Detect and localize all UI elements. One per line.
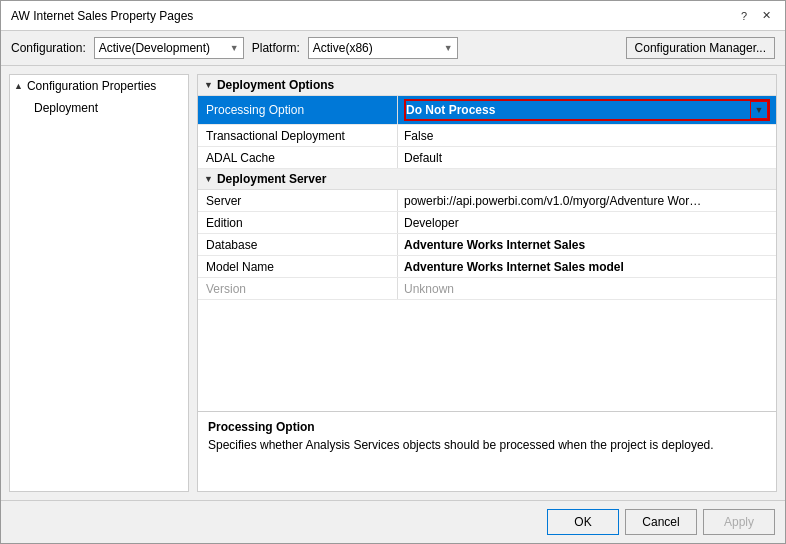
dialog-window: AW Internet Sales Property Pages ? ✕ Con… — [0, 0, 786, 544]
right-panel: ▼ Deployment Options Processing Option D… — [197, 74, 777, 492]
tree-item-deployment[interactable]: Deployment — [10, 97, 188, 119]
prop-row-processing-option[interactable]: Processing Option Do Not Process ▼ — [198, 96, 776, 125]
ok-button[interactable]: OK — [547, 509, 619, 535]
prop-value-adal-cache: Default — [398, 147, 776, 168]
properties-area: ▼ Deployment Options Processing Option D… — [198, 75, 776, 411]
configuration-dropdown[interactable]: Active(Development) ▼ — [94, 37, 244, 59]
apply-button[interactable]: Apply — [703, 509, 775, 535]
section-arrow-icon: ▼ — [204, 80, 213, 90]
help-button[interactable]: ? — [735, 7, 753, 25]
title-bar: AW Internet Sales Property Pages ? ✕ — [1, 1, 785, 31]
prop-name-transactional-deployment: Transactional Deployment — [198, 125, 398, 146]
info-box: Processing Option Specifies whether Anal… — [198, 411, 776, 491]
prop-name-processing-option: Processing Option — [198, 96, 398, 124]
info-box-title: Processing Option — [208, 420, 766, 434]
processing-option-dropdown[interactable]: Do Not Process ▼ — [404, 99, 770, 121]
prop-value-version: Unknown — [398, 278, 776, 299]
prop-value-processing-option[interactable]: Do Not Process ▼ — [398, 96, 776, 124]
prop-name-edition: Edition — [198, 212, 398, 233]
title-bar-left: AW Internet Sales Property Pages — [11, 9, 193, 23]
section-deployment-server[interactable]: ▼ Deployment Server — [198, 169, 776, 190]
prop-value-database: Adventure Works Internet Sales — [398, 234, 776, 255]
configuration-label: Configuration: — [11, 41, 86, 55]
configuration-dropdown-arrow: ▼ — [230, 43, 239, 53]
prop-value-server: powerbi://api.powerbi.com/v1.0/myorg/Adv… — [398, 190, 776, 211]
config-row: Configuration: Active(Development) ▼ Pla… — [1, 31, 785, 66]
cancel-button[interactable]: Cancel — [625, 509, 697, 535]
platform-dropdown-arrow: ▼ — [444, 43, 453, 53]
tree-arrow-icon: ▲ — [14, 81, 23, 91]
main-content: ▲ Configuration Properties Deployment ▼ … — [1, 66, 785, 500]
tree-item-deployment-label: Deployment — [34, 101, 98, 115]
processing-option-value: Do Not Process — [406, 103, 750, 117]
prop-row-edition[interactable]: Edition Developer — [198, 212, 776, 234]
section-server-arrow-icon: ▼ — [204, 174, 213, 184]
prop-row-model-name[interactable]: Model Name Adventure Works Internet Sale… — [198, 256, 776, 278]
prop-name-server: Server — [198, 190, 398, 211]
footer: OK Cancel Apply — [1, 500, 785, 543]
left-panel: ▲ Configuration Properties Deployment — [9, 74, 189, 492]
prop-value-model-name: Adventure Works Internet Sales model — [398, 256, 776, 277]
section-deployment-options-label: Deployment Options — [217, 78, 334, 92]
prop-row-transactional-deployment[interactable]: Transactional Deployment False — [198, 125, 776, 147]
dialog-title: AW Internet Sales Property Pages — [11, 9, 193, 23]
platform-label: Platform: — [252, 41, 300, 55]
prop-row-adal-cache[interactable]: ADAL Cache Default — [198, 147, 776, 169]
info-box-description: Specifies whether Analysis Services obje… — [208, 438, 766, 452]
close-button[interactable]: ✕ — [757, 7, 775, 25]
tree-item-config-properties[interactable]: ▲ Configuration Properties — [10, 75, 188, 97]
prop-name-model-name: Model Name — [198, 256, 398, 277]
config-manager-button[interactable]: Configuration Manager... — [626, 37, 775, 59]
prop-value-edition: Developer — [398, 212, 776, 233]
section-deployment-server-label: Deployment Server — [217, 172, 326, 186]
platform-dropdown[interactable]: Active(x86) ▼ — [308, 37, 458, 59]
prop-row-database[interactable]: Database Adventure Works Internet Sales — [198, 234, 776, 256]
configuration-value: Active(Development) — [99, 41, 210, 55]
section-deployment-options[interactable]: ▼ Deployment Options — [198, 75, 776, 96]
prop-name-version: Version — [198, 278, 398, 299]
prop-value-transactional-deployment: False — [398, 125, 776, 146]
dropdown-arrow-icon[interactable]: ▼ — [750, 101, 768, 119]
prop-name-database: Database — [198, 234, 398, 255]
prop-name-adal-cache: ADAL Cache — [198, 147, 398, 168]
title-controls: ? ✕ — [735, 7, 775, 25]
platform-value: Active(x86) — [313, 41, 373, 55]
prop-row-server[interactable]: Server powerbi://api.powerbi.com/v1.0/my… — [198, 190, 776, 212]
tree-item-config-properties-label: Configuration Properties — [27, 79, 156, 93]
prop-row-version[interactable]: Version Unknown — [198, 278, 776, 300]
